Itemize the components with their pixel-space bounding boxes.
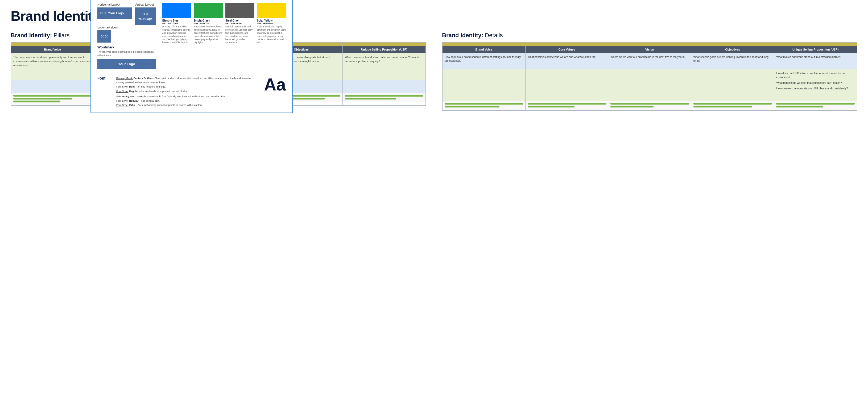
secondary-font-label: Secondary Font: <box>116 95 136 98</box>
bar <box>13 101 60 102</box>
secondary-font-line: Secondary Font: Georgia – A readable fon… <box>116 94 254 99</box>
horizontal-layout: Horizontal Layout ⁙⁙ Your Logo <box>97 3 132 21</box>
vertical-logo-box: ⁙⁙ Your Logo <box>135 7 156 25</box>
tab-strip-1 <box>11 42 94 46</box>
horizontal-logo-box: ⁙⁙ Your Logo <box>97 7 132 19</box>
font-label: Font <box>97 76 112 80</box>
color-swatches: Electric Blue Hex: #007BFF Primary color… <box>162 3 286 44</box>
col1-content: The brand voice is the distinct personal… <box>11 53 94 80</box>
swatch-bright-green <box>194 3 223 18</box>
logo-layouts: Horizontal Layout ⁙⁙ Your Logo Vertical … <box>97 3 156 25</box>
color-name-3: Steel Gray <box>225 19 254 22</box>
secondary-bold-line: Font Style: Regular – For general text. <box>116 99 254 103</box>
swatch-electric-blue <box>162 3 191 18</box>
color-electric-blue: Electric Blue Hex: #007BFF Primary color… <box>162 3 191 44</box>
logomark-box: ⁙⁙ <box>97 30 111 42</box>
color-desc-3: Neutral, dependable, and professional; u… <box>225 25 254 44</box>
color-bright-green: Bright Green Hex: #28A745 Represents eco… <box>194 3 223 44</box>
color-solar-yellow: Solar Yellow Hex: #FFD700 A vibrant yell… <box>257 3 286 44</box>
primary-font-label: Primary Font: <box>116 76 133 79</box>
overlay-card: Brand Identity: Logo, Colors, and Fonts … <box>90 0 293 113</box>
wordmark-label: Wordmark <box>97 45 156 49</box>
v-logo-dots-icon: ⁙⁙ <box>142 12 149 16</box>
color-hex-1: Hex: #007BFF <box>162 22 191 25</box>
col1-header: Brand Voice <box>11 46 94 53</box>
primary-font-line: Primary Font: Century Gothic – Clean and… <box>116 76 254 85</box>
vertical-layout: Vertical Layout ⁙⁙ Your Logo <box>135 3 156 25</box>
colors-heading: Brand Colors <box>162 0 286 0</box>
col1-bars <box>11 93 94 105</box>
page-wrapper: Brand Identity Pillars Template Brand Id… <box>11 8 857 113</box>
color-desc-1: Primary color for positive charge, symbo… <box>162 25 191 44</box>
logo-column: Logo Horizontal Layout ⁙⁙ Your Logo Vert… <box>97 0 156 69</box>
swatch-steel-gray <box>225 3 254 18</box>
wordmark-box: Your Logo <box>97 59 156 69</box>
overlay-body: Logo Horizontal Layout ⁙⁙ Your Logo Vert… <box>97 0 286 69</box>
logomark-dots-icon: ⁙⁙ <box>100 34 108 39</box>
color-hex-4: Hex: #FFD700 <box>257 22 286 25</box>
font-style-bold-label: Font Style: <box>116 85 128 88</box>
overlay-wrapper: Brand Identity: Logo, Colors, and Fonts … <box>90 0 857 113</box>
logo-dots-icon: ⁙⁙ <box>99 11 106 16</box>
font-style-regular-line: Font Style: Regular – for subheads or im… <box>116 89 254 93</box>
swatch-solar-yellow <box>257 3 286 18</box>
color-steel-gray: Steel Gray Hex: #5A5A5A Neutral, dependa… <box>225 3 254 44</box>
bar <box>13 95 92 97</box>
colors-column: Brand Colors Electric Blue Hex: #007BFF … <box>162 0 286 69</box>
bar <box>13 98 72 99</box>
vertical-label: Vertical Layout <box>135 3 156 6</box>
secondary-italic-line: Font Style: Italic – For emphasizing imp… <box>116 103 254 107</box>
font-style-regular-label: Font Style: <box>116 90 128 93</box>
font-details: Primary Font: Century Gothic – Clean and… <box>116 76 254 107</box>
color-name-1: Electric Blue <box>162 19 191 22</box>
wordmark-desc: The logotype sans logomark is to be used… <box>97 50 156 57</box>
secondary-bold-label: Font Style: <box>116 99 128 102</box>
color-name-4: Solar Yellow <box>257 19 286 22</box>
font-sample: Aa <box>264 76 286 93</box>
color-name-2: Bright Green <box>194 19 223 22</box>
color-desc-2: Represents eco-friendliness and sustaina… <box>194 25 223 44</box>
left-col-brand-voice: Brand Voice The brand voice is the disti… <box>11 42 94 105</box>
logo-heading: Logo <box>97 0 156 0</box>
color-desc-4: A vibrant yellow to signify optimism and… <box>257 25 286 44</box>
font-style-bold-line: Font Style: Bold – for key headers and l… <box>116 85 254 89</box>
horizontal-label: Horizontal Layout <box>97 3 132 6</box>
font-section: Font Primary Font: Century Gothic – Clea… <box>97 73 286 107</box>
logomark-label: Logomark (icon) <box>97 26 156 29</box>
secondary-italic-label: Font Style: <box>116 103 128 106</box>
color-hex-3: Hex: #5A5A5A <box>225 22 254 25</box>
color-hex-2: Hex: #28A745 <box>194 22 223 25</box>
col1-blue <box>11 80 94 93</box>
